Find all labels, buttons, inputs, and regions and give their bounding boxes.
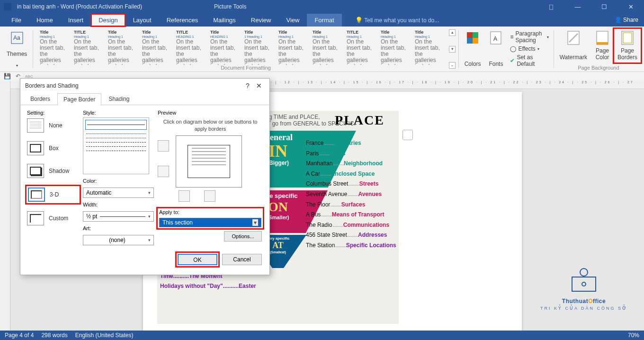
colors-button[interactable]: Colors bbox=[461, 28, 485, 70]
ribbon: Aa Themes▾ TitleHeading 1On the insert t… bbox=[0, 27, 644, 72]
color-label: Color: bbox=[83, 178, 154, 184]
style-listbox[interactable] bbox=[83, 117, 149, 174]
colors-icon bbox=[465, 30, 480, 45]
cancel-button[interactable]: Cancel bbox=[222, 254, 262, 265]
style-set-item[interactable]: TitleHEADING 1On the insert tab, the gal… bbox=[208, 28, 242, 65]
tab-review[interactable]: Review bbox=[243, 14, 279, 27]
style-set-item[interactable]: Title1 Heading 1On the insert tab, the g… bbox=[242, 28, 276, 65]
dialog-help-button[interactable]: ? bbox=[242, 82, 253, 89]
dialog-tab-borders[interactable]: Borders bbox=[24, 93, 56, 105]
tab-home[interactable]: Home bbox=[29, 14, 61, 27]
tab-design[interactable]: Design bbox=[91, 14, 125, 27]
art-select[interactable]: (none)▾ bbox=[83, 235, 154, 245]
dialog-tab-page-border[interactable]: Page Border bbox=[57, 93, 101, 105]
zoom-level[interactable]: 70% bbox=[628, 332, 639, 339]
ok-button[interactable]: OK bbox=[178, 254, 217, 265]
dialog-tabs: Borders Page Border Shading bbox=[20, 93, 269, 105]
tab-insert[interactable]: Insert bbox=[61, 14, 91, 27]
apply-to-label: Apply to: bbox=[159, 209, 261, 215]
maximize-button[interactable]: ☐ bbox=[595, 3, 614, 10]
minimize-button[interactable]: — bbox=[568, 3, 587, 10]
check-icon: ✔ bbox=[510, 57, 515, 64]
apply-to-select[interactable]: This section▾ bbox=[159, 218, 261, 227]
preview-diagram[interactable] bbox=[176, 135, 242, 188]
dialog-title: Borders and Shading bbox=[25, 82, 79, 89]
tab-file[interactable]: File bbox=[4, 14, 29, 27]
tab-view[interactable]: View bbox=[278, 14, 307, 27]
vertical-ruler[interactable] bbox=[0, 81, 10, 331]
style-set-item[interactable]: TitleHeading 1On the insert tab, the gal… bbox=[413, 28, 446, 65]
app-icon bbox=[4, 3, 11, 10]
width-select[interactable]: ½ pt▾ bbox=[83, 211, 154, 222]
ribbon-tabs: File Home Insert Design Layout Reference… bbox=[0, 13, 644, 27]
style-label: Style: bbox=[83, 110, 154, 116]
ribbon-display-options-icon[interactable]: ⎕ bbox=[542, 3, 561, 10]
style-set-item[interactable]: TITLEHeading 1On the insert tab, the gal… bbox=[345, 28, 378, 65]
paragraph-spacing-button[interactable]: ≡Paragraph Spacing▾ bbox=[510, 30, 549, 44]
word-count[interactable]: 298 words bbox=[41, 332, 67, 339]
border-left-toggle[interactable] bbox=[179, 190, 190, 202]
dialog-tab-shading[interactable]: Shading bbox=[102, 93, 135, 105]
svg-rect-2 bbox=[467, 32, 473, 38]
tab-references[interactable]: References bbox=[159, 14, 206, 27]
title-bar: in bai tieng anh - Word (Product Activat… bbox=[0, 0, 644, 13]
setting-none[interactable]: None bbox=[27, 118, 79, 133]
style-set-item[interactable]: TitleHeading 1On the insert tab, the gal… bbox=[277, 28, 310, 65]
themes-button[interactable]: Aa Themes▾ bbox=[3, 28, 31, 70]
page-borders-button[interactable]: Page Borders bbox=[614, 28, 641, 63]
art-label: Art: bbox=[83, 225, 154, 231]
style-set-item[interactable]: TitleHeading 1On the insert tab, the gal… bbox=[106, 28, 139, 65]
chevron-down-icon: ▾ bbox=[148, 190, 151, 195]
svg-rect-11 bbox=[597, 42, 608, 45]
page-borders-icon bbox=[620, 30, 635, 45]
style-set-item[interactable]: TitleHeading 1On the insert tab, the gal… bbox=[140, 28, 173, 65]
border-bottom-toggle[interactable] bbox=[158, 166, 169, 177]
group-label-document-formatting: Document Formatting bbox=[35, 65, 456, 71]
save-icon[interactable]: 💾 bbox=[4, 73, 11, 80]
chevron-down-icon: ▾ bbox=[148, 238, 151, 242]
preview-instruction: Click on diagram below or use buttons to… bbox=[158, 118, 263, 133]
setting-shadow[interactable]: Shadow bbox=[27, 164, 79, 178]
tell-me-search[interactable]: 💡 Tell me what you want to do... bbox=[355, 17, 439, 24]
svg-rect-12 bbox=[622, 31, 633, 45]
svg-rect-14 bbox=[572, 277, 596, 291]
language-indicator[interactable]: English (United States) bbox=[75, 332, 134, 339]
style-set-item[interactable]: TITLEHeading 1On the insert tab, the gal… bbox=[72, 28, 105, 65]
set-as-default-button[interactable]: ✔Set as Default bbox=[510, 54, 549, 67]
watermark-button[interactable]: Watermark bbox=[556, 28, 591, 63]
color-select[interactable]: Automatic▾ bbox=[83, 188, 154, 198]
fonts-button[interactable]: A Fonts bbox=[484, 28, 507, 70]
close-window-button[interactable]: ✕ bbox=[621, 3, 640, 10]
layout-options-icon[interactable] bbox=[402, 130, 413, 140]
style-set-item[interactable]: TitleHeading 1On the insert tab, the gal… bbox=[379, 28, 412, 65]
page-color-button[interactable]: Page Color bbox=[591, 28, 614, 63]
setting-custom[interactable]: Custom bbox=[27, 211, 79, 225]
setting-box[interactable]: Box bbox=[27, 141, 79, 155]
contextual-tab-label: Picture Tools bbox=[214, 3, 246, 10]
window-title: in bai tieng anh - Word (Product Activat… bbox=[17, 3, 142, 10]
place-heading: PLACE bbox=[335, 113, 385, 128]
style-set-item[interactable]: TITLEHEADING 1On the insert tab, the gal… bbox=[174, 28, 207, 65]
chevron-down-icon: ▾ bbox=[148, 214, 151, 219]
watermark-logo: ThuthuatOffice TRI KỶ CỦA DÂN CÔNG SỞ bbox=[534, 265, 634, 322]
style-set-gallery[interactable]: TitleHeading 1On the insert tab, the gal… bbox=[35, 28, 449, 70]
gallery-row-up-icon[interactable]: ▴ bbox=[449, 29, 456, 36]
style-set-item[interactable]: TitleHeading 1On the insert tab, the gal… bbox=[311, 28, 344, 65]
options-button[interactable]: Options... bbox=[224, 231, 262, 242]
effects-icon: ◯ bbox=[510, 45, 516, 52]
status-bar: Page 4 of 4 298 words English (United St… bbox=[0, 331, 644, 340]
setting-3d[interactable]: 3-D bbox=[27, 187, 79, 203]
width-label: Width: bbox=[83, 202, 154, 207]
paragraph-spacing-icon: ≡ bbox=[510, 34, 513, 40]
dialog-close-button[interactable]: ✕ bbox=[253, 82, 265, 89]
tab-format[interactable]: Format bbox=[307, 14, 341, 27]
share-button[interactable]: 👤 Share bbox=[615, 17, 638, 23]
effects-button[interactable]: ◯Effects▾ bbox=[510, 45, 549, 52]
tab-mailings[interactable]: Mailings bbox=[206, 14, 243, 27]
page-indicator[interactable]: Page 4 of 4 bbox=[5, 332, 34, 339]
tab-layout[interactable]: Layout bbox=[125, 14, 159, 27]
gallery-row-down-icon[interactable]: ▾ bbox=[449, 46, 456, 53]
border-top-toggle[interactable] bbox=[158, 140, 169, 152]
border-right-toggle[interactable] bbox=[204, 190, 215, 202]
style-set-item[interactable]: TitleHeading 1On the insert tab, the gal… bbox=[38, 28, 71, 65]
